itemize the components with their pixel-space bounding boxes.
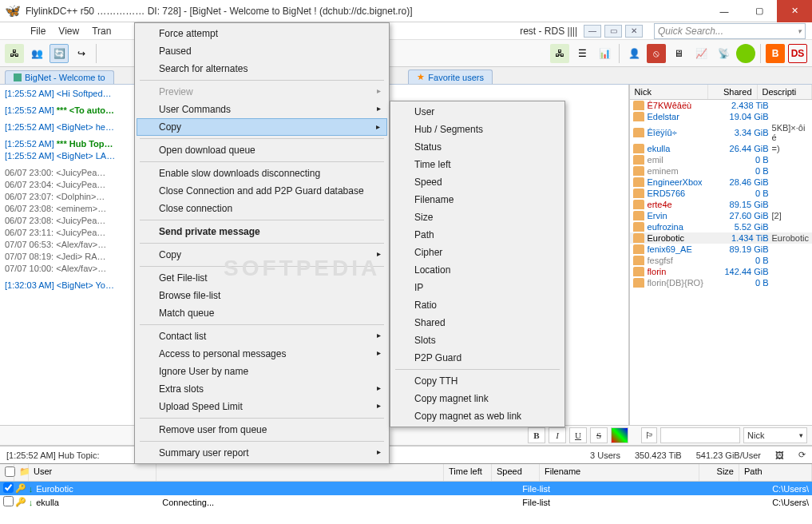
nick-row[interactable]: erte4e 89.15 GiB (630, 199, 812, 210)
menu-item-slots[interactable]: Slots (392, 331, 563, 349)
col-path[interactable]: Path (739, 464, 812, 481)
nick-row[interactable]: eufrozina 5.52 GiB (630, 221, 812, 232)
menu-item-user-commands[interactable]: User Commands (137, 101, 387, 118)
minimize-button[interactable]: — (707, 0, 742, 22)
user-icon[interactable]: 👤 (624, 44, 644, 63)
color-icon[interactable] (611, 427, 628, 443)
filter-column-select[interactable]: Nick ▾ (743, 427, 807, 443)
transfer-rows[interactable]: 🔑 ↓ Eurobotic File-list C:\Users\ 🔑 ↓ ek… (0, 482, 812, 524)
nick-row[interactable]: Êîëÿíû÷ 3.34 GiB 5KB]×·ôi é (630, 122, 812, 143)
menu-item-close-connection[interactable]: Close connection (137, 200, 387, 217)
stats-icon[interactable]: 📈 (691, 44, 711, 63)
menu-item-size[interactable]: Size (392, 208, 563, 226)
nick-row[interactable]: eminem 0 B (630, 165, 812, 177)
users-icon[interactable]: 👥 (27, 44, 46, 63)
nick-row[interactable]: florin{DB}{RO} 0 B (630, 277, 812, 288)
menu-item-status[interactable]: Status (392, 138, 563, 156)
filter-input[interactable] (660, 427, 740, 443)
ds-icon[interactable]: DS (788, 44, 807, 63)
menu-file[interactable]: File (24, 26, 52, 37)
menu-item-p2p-guard[interactable]: P2P Guard (392, 349, 563, 367)
col-filename[interactable]: Filename (540, 464, 699, 481)
menu-item-hub-segments[interactable]: Hub / Segments (392, 121, 563, 138)
menu-item-access-to-personal-messages[interactable]: Access to personal messages (137, 345, 387, 363)
col-status[interactable] (156, 464, 444, 481)
nick-row[interactable]: ekulla 26.44 GiB =) (630, 143, 812, 154)
menu-item-remove-user-from-queue[interactable]: Remove user from queue (137, 421, 387, 439)
monitor-icon[interactable]: 🖥 (669, 44, 688, 63)
menu-item-copy-tth[interactable]: Copy TTH (392, 372, 563, 390)
menu-item-time-left[interactable]: Time left (392, 156, 563, 173)
col-nick[interactable]: Nick (630, 85, 708, 99)
nick-row[interactable]: ERD5766 0 B (630, 188, 812, 199)
menu-item-paused[interactable]: Paused (137, 42, 387, 60)
block-icon[interactable]: ⦸ (647, 44, 666, 63)
menu-item-speed[interactable]: Speed (392, 173, 563, 191)
flag-icon[interactable]: 🏳 (641, 427, 657, 443)
menu-item-copy[interactable]: Copy (137, 118, 387, 136)
nick-row[interactable]: emil 0 B (630, 154, 812, 165)
menu-item-upload-speed-limit[interactable]: Upload Speed Limit (137, 398, 387, 415)
menu-item-open-download-queue[interactable]: Open download queue (137, 141, 387, 159)
col-size[interactable]: Size (699, 464, 739, 481)
menu-item-user[interactable]: User (392, 103, 563, 121)
quick-search-input[interactable]: Quick Search... ▾ (654, 23, 806, 39)
menu-item-location[interactable]: Location (392, 261, 563, 279)
menu-item-cipher[interactable]: Cipher (392, 244, 563, 261)
row-checkbox[interactable] (3, 482, 14, 493)
menu-item-copy-magnet-link[interactable]: Copy magnet link (392, 390, 563, 407)
menu-item-shared[interactable]: Shared (392, 314, 563, 331)
nick-row[interactable]: EngineerXbox 28.46 GiB (630, 177, 812, 188)
transfer-row[interactable]: 🔑 ↓ ekulla Connecting... File-list C:\Us… (0, 495, 812, 509)
mdi-min-button[interactable]: — (584, 25, 601, 38)
row-checkbox[interactable] (3, 496, 14, 506)
col-description[interactable]: Descripti (758, 85, 812, 99)
menu-view[interactable]: View (52, 26, 85, 37)
tab-favorite-users[interactable]: ★ Favorite users (408, 69, 493, 84)
menu-item-send-private-message[interactable]: Send private message (137, 223, 387, 240)
menu-item-path[interactable]: Path (392, 226, 563, 244)
context-menu-copy[interactable]: UserHub / SegmentsStatusTime leftSpeedFi… (390, 101, 565, 427)
maximize-button[interactable]: ▢ (742, 0, 777, 22)
menu-item-search-for-alternates[interactable]: Search for alternates (137, 60, 387, 77)
menu-transfers[interactable]: Tran (85, 26, 117, 37)
nick-row[interactable]: florin 142.44 GiB (630, 266, 812, 277)
underline-button[interactable]: U (569, 427, 587, 443)
menu-item-match-queue[interactable]: Match queue (137, 304, 387, 322)
transfer-row[interactable]: 🔑 ↓ Eurobotic File-list C:\Users\ (0, 482, 812, 495)
menu-item-ratio[interactable]: Ratio (392, 296, 563, 314)
mdi-close-button[interactable]: ✕ (625, 25, 643, 38)
online-icon[interactable] (736, 44, 755, 63)
menu-item-force-attempt[interactable]: Force attempt (137, 25, 387, 42)
menu-item-summary-user-report[interactable]: Summary user report (137, 444, 387, 462)
rss-icon[interactable]: 📡 (714, 44, 733, 63)
connect-icon[interactable]: 🖧 (5, 44, 24, 63)
menu-item-close-connection-and-add-p2p-guard-database[interactable]: Close Connection and add P2P Guard datab… (137, 182, 387, 200)
nick-row[interactable]: fesgfsf 0 B (630, 255, 812, 266)
italic-button[interactable]: I (549, 427, 566, 443)
nick-row[interactable]: Eurobotic 1.434 TiB Eurobotic (630, 232, 812, 244)
nick-row[interactable]: Ervin 27.60 GiB [2] (630, 210, 812, 221)
menu-item-contact-list[interactable]: Contact list (137, 328, 387, 345)
queue-icon[interactable]: ☰ (572, 44, 592, 63)
col-user[interactable]: User (29, 464, 156, 481)
finished-icon[interactable]: 📊 (595, 44, 614, 63)
follow-icon[interactable]: ↪ (72, 44, 91, 63)
bold-button[interactable]: B (528, 427, 545, 443)
nick-row[interactable]: Ê7KWêâëù 2.438 TiB (630, 100, 812, 111)
col-checkbox[interactable] (0, 464, 14, 481)
col-speed[interactable]: Speed (492, 464, 540, 481)
menu-item-browse-file-list[interactable]: Browse file-list (137, 287, 387, 304)
tab-bignet[interactable]: BigNet - Welcome to (5, 70, 114, 84)
close-button[interactable]: ✕ (777, 0, 812, 22)
col-shared[interactable]: Shared (708, 85, 758, 99)
menu-item-copy[interactable]: Copy (137, 246, 387, 264)
menu-item-filename[interactable]: Filename (392, 191, 563, 208)
col-timeleft[interactable]: Time left (444, 464, 492, 481)
menu-item-enable-slow-downloads-disconnecting[interactable]: Enable slow downloads disconnecting (137, 165, 387, 182)
mdi-restore-button[interactable]: ▭ (604, 25, 622, 38)
nick-row[interactable]: fenix69_AE 89.19 GiB (630, 244, 812, 255)
menu-item-ip[interactable]: IP (392, 279, 563, 296)
nick-row[interactable]: Edelstar 19.04 GiB (630, 111, 812, 122)
context-menu-main[interactable]: Force attemptPausedSearch for alternates… (134, 22, 390, 464)
